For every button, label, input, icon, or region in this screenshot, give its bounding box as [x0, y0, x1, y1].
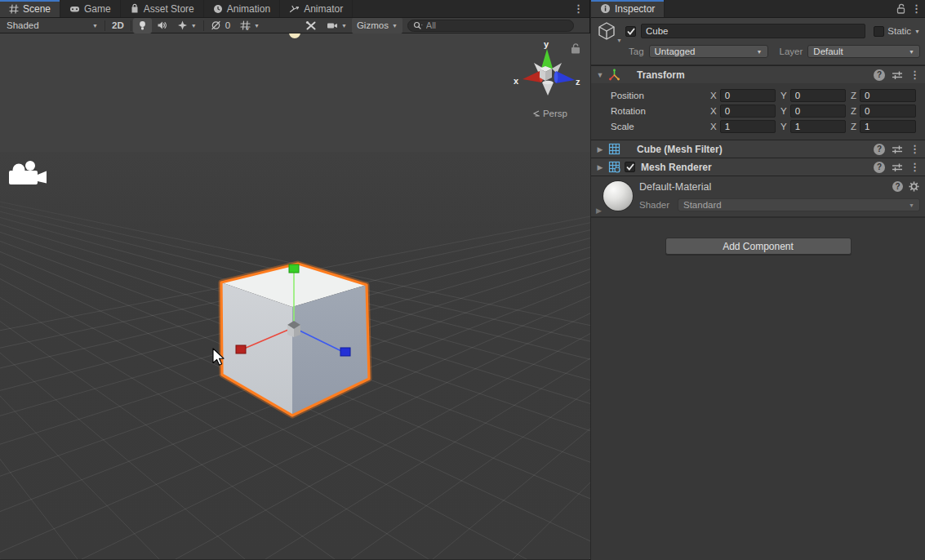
rotation-label: Rotation — [593, 106, 710, 116]
scene-visibility-button[interactable]: 0 — [206, 18, 235, 33]
presets-sliders-icon[interactable] — [892, 162, 903, 172]
rotation-x-field[interactable] — [720, 104, 776, 118]
scale-z-field[interactable] — [860, 120, 916, 133]
tab-scene[interactable]: Scene — [0, 0, 60, 17]
tab-game[interactable]: Game — [60, 0, 121, 17]
scene-viewport[interactable]: y x z — [0, 33, 590, 559]
foldout-closed-icon[interactable]: ▶ — [596, 163, 604, 171]
help-icon[interactable]: ? — [874, 69, 885, 81]
layer-dropdown[interactable]: Default ▼ — [807, 45, 920, 58]
scale-x-field[interactable] — [720, 120, 776, 133]
presets-sliders-icon[interactable] — [892, 144, 903, 154]
scale-gizmo-x-handle[interactable] — [236, 345, 246, 353]
scene-search-input[interactable] — [426, 20, 568, 30]
chevron-down-icon: ▼ — [909, 49, 914, 55]
material-preview-sphere[interactable] — [603, 181, 633, 211]
tab-label: Asset Store — [144, 3, 194, 15]
chevron-down-icon: ▼ — [92, 23, 98, 29]
chevron-down-icon: ▼ — [191, 23, 197, 29]
shader-value: Standard — [683, 200, 722, 210]
tab-label: Scene — [23, 3, 51, 15]
chevron-down-icon: ▼ — [757, 49, 763, 55]
transform-header[interactable]: ▼ Transform ? ⋮ — [591, 65, 925, 83]
axis-z-label: z — [576, 77, 580, 87]
light-bulb-icon — [138, 20, 147, 31]
lock-icon[interactable] — [571, 44, 580, 54]
lighting-toggle-button[interactable] — [133, 18, 152, 33]
gameobject-name-field[interactable] — [641, 24, 865, 38]
info-circle-icon — [600, 3, 611, 14]
mesh-renderer-enabled-checkbox[interactable] — [625, 162, 635, 172]
scene-search-field[interactable] — [407, 20, 574, 32]
scale-gizmo-z-handle[interactable] — [340, 348, 350, 356]
gizmos-dropdown[interactable]: Gizmos ▼ — [352, 18, 402, 33]
position-row: Position X Y Z — [593, 87, 921, 103]
mesh-filter-header[interactable]: ▶ Cube (Mesh Filter) ? ⋮ — [591, 140, 925, 158]
visibility-off-icon — [211, 20, 222, 30]
layer-value: Default — [813, 47, 843, 56]
kebab-icon[interactable]: ⋮ — [909, 161, 920, 173]
foldout-closed-icon[interactable]: ▶ — [596, 145, 604, 153]
cube-icon[interactable] — [596, 20, 617, 42]
component-tools-button[interactable] — [300, 18, 322, 33]
chevron-down-icon: ▼ — [909, 202, 914, 208]
add-component-button[interactable]: Add Component — [665, 238, 852, 255]
scene-panel: Scene Game Asset Store Animation Animato… — [0, 0, 590, 560]
static-flags-dropdown-icon[interactable]: ▼ — [914, 29, 920, 34]
help-icon[interactable]: ? — [874, 162, 885, 173]
material-name: Default-Material — [639, 181, 711, 193]
position-x-field[interactable] — [720, 89, 776, 102]
check-icon — [627, 28, 635, 35]
chevron-down-icon: ▼ — [341, 23, 347, 29]
grid-settings-dropdown[interactable]: y ▼ — [235, 18, 265, 33]
active-checkbox[interactable] — [625, 26, 636, 37]
chevron-down-icon: ▼ — [392, 23, 398, 29]
kebab-icon[interactable]: ⋮ — [909, 143, 920, 155]
gamepad-icon — [69, 4, 80, 14]
orientation-gizmo[interactable]: y x z — [514, 39, 580, 96]
material-foldout-icon[interactable]: ▶ — [596, 207, 602, 215]
shader-dropdown[interactable]: Standard ▼ — [678, 198, 920, 211]
scale-gizmo-y-handle[interactable] — [289, 264, 299, 273]
transform-body: Position X Y Z Rotation X Y Z Scale X Y … — [591, 83, 925, 140]
help-icon[interactable]: ? — [874, 144, 885, 155]
light-gizmo-icon[interactable] — [289, 33, 300, 38]
rotation-z-field[interactable] — [860, 104, 916, 118]
inspector-body: Add Component — [591, 216, 925, 560]
tab-animator[interactable]: Animator — [280, 0, 353, 17]
axis-y-label: y — [544, 39, 549, 49]
lock-open-icon[interactable] — [896, 3, 906, 15]
mesh-renderer-header[interactable]: ▶ Mesh Renderer ? ⋮ — [591, 158, 925, 176]
shopping-bag-icon — [130, 3, 140, 14]
gizmos-label: Gizmos — [357, 20, 389, 30]
scene-panel-menu-icon[interactable]: ⋮ — [567, 0, 589, 17]
position-z-field[interactable] — [860, 89, 916, 102]
camera-settings-dropdown[interactable]: ▼ — [322, 18, 352, 33]
rotation-y-field[interactable] — [790, 104, 846, 118]
tab-asset-store[interactable]: Asset Store — [121, 0, 204, 17]
static-checkbox[interactable] — [874, 26, 884, 37]
gear-icon[interactable] — [909, 181, 919, 192]
shading-mode-label: Shaded — [7, 20, 39, 30]
inspector-menu-icon[interactable]: ⋮ — [911, 2, 922, 15]
selected-cube[interactable] — [221, 264, 369, 416]
tab-label: Inspector — [615, 3, 655, 15]
scale-y-field[interactable] — [790, 120, 846, 133]
projection-toggle[interactable]: Persp — [532, 109, 567, 118]
tab-inspector[interactable]: Inspector — [591, 0, 665, 17]
help-icon[interactable]: ? — [892, 181, 903, 192]
toggle-2d-button[interactable]: 2D — [107, 18, 129, 33]
presets-sliders-icon[interactable] — [892, 70, 903, 80]
foldout-open-icon[interactable]: ▼ — [596, 71, 604, 79]
tab-animation[interactable]: Animation — [204, 0, 280, 17]
tag-dropdown[interactable]: Untagged ▼ — [649, 45, 768, 58]
audio-toggle-button[interactable] — [152, 18, 172, 33]
effects-dropdown-button[interactable]: ▼ — [172, 18, 202, 33]
shading-mode-dropdown[interactable]: Shaded ▼ — [2, 18, 103, 33]
chevron-down-icon[interactable]: ▼ — [616, 38, 622, 43]
scale-label: Scale — [593, 122, 710, 131]
search-magnifier-icon — [413, 21, 424, 30]
tag-value: Untagged — [655, 47, 696, 56]
position-y-field[interactable] — [790, 89, 846, 102]
kebab-icon[interactable]: ⋮ — [909, 69, 920, 81]
